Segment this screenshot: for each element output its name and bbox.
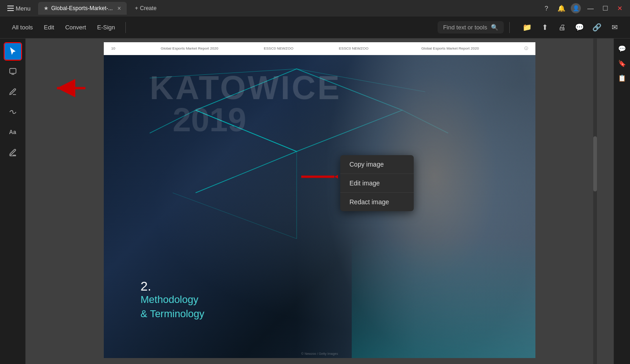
scrollbar-thumb[interactable]	[593, 136, 597, 191]
draw-icon	[9, 108, 17, 116]
page-number: 10	[111, 46, 115, 50]
annotation-arrow-right	[301, 168, 338, 188]
footer-watermark: © Newzoo / Getty Images	[301, 352, 338, 355]
toolbar-separator	[125, 22, 126, 33]
all-tools-button[interactable]: All tools	[7, 21, 38, 34]
avatar-icon: 👤	[571, 3, 581, 13]
text-recognition-tool[interactable]: Aa	[4, 123, 22, 141]
window-controls: ? 🔔 👤 — ☐ ✕	[540, 2, 626, 15]
tab-close-button[interactable]: ×	[118, 5, 121, 12]
esign-button[interactable]: E-Sign	[92, 21, 119, 34]
edit-button[interactable]: Edit	[39, 21, 59, 34]
section-title-line2: & Terminology	[141, 308, 204, 319]
edit-image-menu-item[interactable]: Edit image	[340, 174, 414, 193]
year-text: 2019	[173, 101, 246, 139]
email-button[interactable]: ✉	[606, 19, 623, 36]
main-toolbar: All tools Edit Convert E-Sign Find text …	[0, 17, 630, 39]
pdf-header: 10 Global Esports Market Report 2020 ESS…	[104, 42, 535, 55]
comments-panel-icon: 💬	[618, 45, 626, 52]
section-title-line1: Methodology	[141, 294, 198, 305]
section-title: Methodology & Terminology	[141, 293, 204, 321]
pages-panel-button[interactable]: 📋	[616, 72, 629, 84]
open-icon: 📁	[523, 23, 532, 32]
upload-button[interactable]: ⬆	[536, 19, 553, 36]
minimize-icon: —	[587, 5, 594, 12]
pdf-page: 10 Global Esports Market Report 2020 ESS…	[104, 42, 535, 358]
search-bar[interactable]: Find text or tools 🔍	[438, 21, 504, 34]
copy-image-menu-item[interactable]: Copy image	[340, 155, 414, 174]
highlight-tool[interactable]	[4, 83, 22, 101]
left-sidebar: Aa	[0, 39, 26, 364]
all-tools-label: All tools	[12, 24, 33, 31]
report-title-left: Global Esports Market Report 2020	[161, 46, 218, 50]
cursor-icon	[9, 47, 17, 56]
maximize-icon: ☐	[602, 5, 608, 12]
info-icon: ⓘ	[524, 46, 528, 51]
edit-image-label: Edit image	[349, 179, 380, 187]
plus-icon: +	[135, 5, 138, 11]
titlebar: Menu ★ Global-Esports-Market-... × + Cre…	[0, 0, 630, 17]
comment-toolbar-button[interactable]: 💬	[571, 19, 588, 36]
sign-icon	[9, 148, 17, 157]
close-window-icon: ✕	[617, 5, 623, 12]
toolbar-action-icons: 📁 ⬆ 🖨 💬 🔗 ✉	[519, 19, 623, 36]
draw-tool[interactable]	[4, 103, 22, 121]
convert-button[interactable]: Convert	[61, 21, 91, 34]
cursor-tool[interactable]	[4, 42, 22, 61]
bookmarks-panel-icon: 🔖	[618, 60, 626, 67]
pdf-main-content: KATOWICE 2019 2. Methodology & Terminolo…	[104, 55, 535, 358]
browser-tab[interactable]: ★ Global-Esports-Market-... ×	[38, 2, 127, 15]
copy-image-label: Copy image	[349, 161, 384, 168]
section-text: 2. Methodology & Terminology	[141, 280, 204, 321]
notification-button[interactable]: 🔔	[555, 2, 568, 15]
edit-label: Edit	[44, 24, 54, 31]
svg-line-10	[173, 193, 297, 239]
redact-image-label: Redact image	[349, 198, 389, 206]
link-button[interactable]: 🔗	[589, 19, 605, 36]
favorite-icon: ★	[44, 5, 49, 11]
profile-button[interactable]: 👤	[569, 2, 582, 15]
menu-label: Menu	[16, 5, 31, 12]
vertical-scrollbar[interactable]	[593, 39, 597, 364]
content-area: 10 Global Esports Market Report 2020 ESS…	[26, 39, 613, 364]
svg-rect-0	[10, 68, 16, 73]
report-title-right: Global Esports Market Report 2020	[421, 46, 478, 50]
annotation-icon	[9, 67, 17, 76]
annotation-arrow-left	[53, 79, 90, 99]
highlight-icon	[9, 88, 17, 96]
upload-icon: ⬆	[542, 23, 548, 32]
help-button[interactable]: ?	[540, 2, 553, 15]
brand-right: ESSC0 NEWZOO	[339, 46, 368, 50]
hamburger-icon	[7, 6, 14, 11]
search-icon: 🔍	[491, 24, 498, 31]
bookmarks-panel-button[interactable]: 🔖	[616, 57, 629, 70]
toolbar-separator-2	[509, 22, 510, 33]
print-icon: 🖨	[558, 23, 566, 32]
tab-title: Global-Esports-Market-...	[51, 5, 113, 11]
pages-panel-icon: 📋	[618, 74, 626, 82]
email-icon: ✉	[612, 23, 618, 32]
minimize-button[interactable]: —	[584, 2, 597, 15]
comments-panel-button[interactable]: 💬	[616, 42, 629, 55]
annotation-tool[interactable]	[4, 62, 22, 81]
open-file-button[interactable]: 📁	[519, 19, 535, 36]
text-recognition-icon: Aa	[9, 129, 16, 135]
close-window-button[interactable]: ✕	[613, 2, 626, 15]
print-button[interactable]: 🖨	[554, 19, 570, 36]
create-label: Create	[140, 5, 157, 11]
redact-image-menu-item[interactable]: Redact image	[340, 193, 414, 211]
link-icon: 🔗	[592, 23, 602, 32]
esign-label: E-Sign	[97, 24, 115, 31]
convert-label: Convert	[65, 24, 86, 31]
section-number: 2.	[141, 280, 204, 293]
maximize-button[interactable]: ☐	[599, 2, 612, 15]
search-placeholder: Find text or tools	[443, 24, 487, 31]
comment-icon: 💬	[575, 23, 584, 32]
brand-center: ESSC0 NEWZOO	[264, 46, 293, 50]
new-tab-button[interactable]: + Create	[130, 3, 161, 13]
main-layout: Aa 10	[0, 39, 630, 364]
bell-icon: 🔔	[557, 5, 565, 12]
context-menu: Copy image Edit image Redact image	[340, 155, 414, 211]
sign-tool[interactable]	[4, 143, 22, 162]
menu-button[interactable]: Menu	[4, 3, 34, 14]
